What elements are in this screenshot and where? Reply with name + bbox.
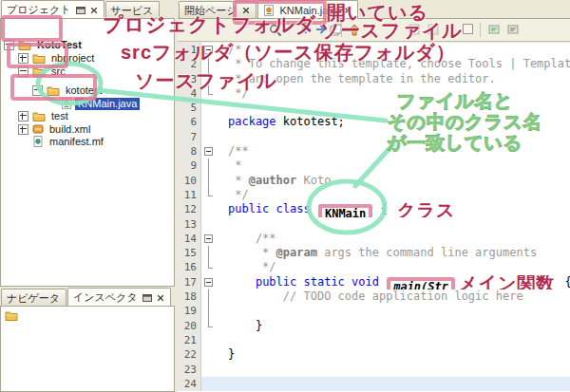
folder-icon <box>47 85 60 96</box>
line-number: 1 <box>178 43 201 57</box>
line-number: 12 <box>178 202 201 216</box>
code-token: @param <box>276 246 317 259</box>
tree-item-label: kototest <box>63 84 105 97</box>
tree-item-label: KotoTest <box>34 39 85 51</box>
minimize-window-icon[interactable] <box>142 293 152 302</box>
code-token: */ <box>228 188 249 201</box>
code-token: Koto <box>296 174 331 187</box>
line-number: 18 <box>178 289 201 304</box>
tree-item-label: KNMain.java <box>75 98 140 110</box>
collapse-toggle-icon[interactable] <box>32 85 43 96</box>
toolbar-back-icon[interactable] <box>299 24 313 37</box>
line-number: 6 <box>178 115 201 129</box>
tree-item-label: manifest.mf <box>47 136 106 148</box>
code-token: /** <box>228 144 249 158</box>
code-line-3: 3 * and open the template in the editor. <box>178 72 570 86</box>
line-number: 11 <box>178 188 201 202</box>
inspector-panel[interactable] <box>0 307 175 392</box>
expand-toggle-icon[interactable] <box>18 124 28 135</box>
tree-item-test[interactable]: test <box>1 109 174 122</box>
projects-active-tab[interactable]: プロジェクト <box>1 0 104 18</box>
tree-item-knmain-java[interactable]: KNMain.java <box>1 97 174 110</box>
folder-icon <box>32 53 46 64</box>
bottom-tab-bar: ナビゲータインスペクタ <box>0 290 175 307</box>
fold-gutter <box>201 260 217 274</box>
toolbar-search-icon[interactable] <box>269 24 282 39</box>
code-fold-collapse-icon[interactable] <box>201 275 217 289</box>
collapse-toggle-icon[interactable] <box>18 66 28 77</box>
code-fold-collapse-icon[interactable] <box>201 144 217 159</box>
close-tab-icon[interactable] <box>90 7 98 14</box>
code-token: } <box>228 347 235 361</box>
code-line-1: 1/* <box>178 43 570 57</box>
code-text: */ <box>217 188 570 202</box>
code-editor[interactable]: 1/*2 * To change this template, choose T… <box>178 43 570 392</box>
inspector-root-folder-icon <box>5 310 18 321</box>
code-line-22: 22} <box>178 347 570 362</box>
annotation-pink-box-inline: main(Str <box>387 277 455 289</box>
code-line-7: 7 <box>178 130 570 144</box>
toolbar-forward-icon[interactable] <box>314 24 328 37</box>
toolbar-ghost-icon[interactable] <box>408 24 420 37</box>
fold-gutter <box>201 72 217 86</box>
document-tab[interactable]: 開始ページ <box>179 1 256 18</box>
annotation-pink-label-inline: クラス <box>397 204 455 216</box>
tree-item-kototest[interactable]: kototest <box>1 84 174 97</box>
toolbar-comment-icon[interactable] <box>488 24 501 37</box>
code-fold-collapse-icon[interactable] <box>201 43 217 57</box>
fold-gutter <box>201 289 217 304</box>
code-text: /** <box>217 232 570 246</box>
code-line-15: 15 * @param args the command line argume… <box>178 246 570 260</box>
tree-item-nbproject[interactable]: nbproject <box>1 51 174 65</box>
line-number: 17 <box>178 275 201 289</box>
code-text: /* <box>217 43 570 57</box>
editor-toolbar <box>178 19 570 42</box>
close-tab-icon[interactable] <box>242 7 250 14</box>
fold-gutter <box>201 130 217 144</box>
code-text: package kototest; <box>217 115 570 129</box>
code-token: { <box>373 202 394 215</box>
manifest-icon <box>32 136 44 147</box>
line-number: 4 <box>178 86 201 101</box>
code-line-21: 21 <box>178 333 570 347</box>
tree-item-src[interactable]: src <box>1 65 174 78</box>
code-token: /** <box>228 232 276 245</box>
toolbar-up-icon[interactable] <box>349 24 360 38</box>
code-text: */ <box>217 260 570 274</box>
code-text: } <box>217 347 570 362</box>
expand-toggle-icon[interactable] <box>18 111 28 121</box>
fold-gutter <box>201 57 217 71</box>
code-token: public static void <box>256 275 379 289</box>
projects-tree-panel[interactable]: KotoTestnbprojectsrckototestKNMain.javat… <box>0 19 175 287</box>
code-token: * <box>228 159 241 172</box>
tree-item-kototest[interactable]: KotoTest <box>1 38 174 51</box>
fold-gutter <box>201 246 217 260</box>
navigator-tab-label: インスペクタ <box>73 290 138 305</box>
left-tab-bar: プロジェクトサービス <box>0 0 175 19</box>
document-tab-label: 開始ページ <box>184 4 238 18</box>
projects-tab[interactable]: サービス <box>105 1 161 18</box>
collapse-toggle-icon[interactable] <box>4 40 14 50</box>
tree-item-build-xml[interactable]: build.xml <box>1 122 174 136</box>
expand-toggle-icon[interactable] <box>18 53 28 64</box>
toolbar-checkbox-icon[interactable] <box>463 24 473 36</box>
code-line-2: 2 * To change this template, choose Tool… <box>178 57 570 71</box>
code-text <box>217 363 570 377</box>
code-token: args the command line arguments <box>317 246 537 259</box>
tree-item-manifest-mf[interactable]: manifest.mf <box>1 135 174 148</box>
close-tab-icon[interactable] <box>344 7 352 14</box>
tree-item-label: build.xml <box>47 123 93 136</box>
minimize-window-icon[interactable] <box>76 6 86 14</box>
toolbar-uncomment-icon[interactable] <box>507 24 520 37</box>
navigator-tab[interactable]: ナビゲータ <box>1 289 66 306</box>
toolbar-separator <box>341 23 342 37</box>
close-tab-icon[interactable] <box>157 294 164 302</box>
code-text <box>217 333 570 347</box>
code-line-5: 5 <box>178 101 570 115</box>
code-token: package <box>228 115 276 128</box>
code-fold-collapse-icon[interactable] <box>201 232 217 246</box>
line-number: 13 <box>178 217 201 232</box>
document-active-tab[interactable]: KNMain.java <box>257 0 358 18</box>
toolbar-ghost-icon[interactable] <box>428 24 439 37</box>
navigator-active-tab[interactable]: インスペクタ <box>67 288 171 306</box>
